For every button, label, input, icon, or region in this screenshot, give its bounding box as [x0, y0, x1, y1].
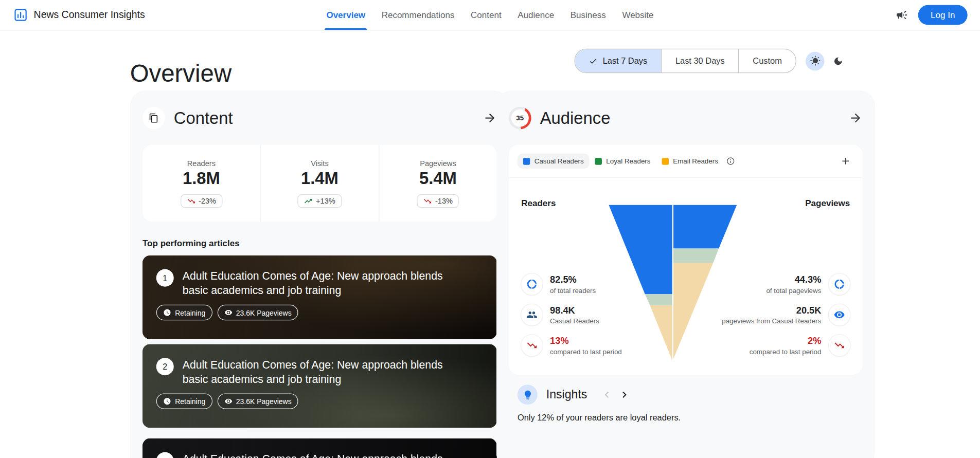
nav-tab-audience[interactable]: Audience	[518, 0, 554, 30]
stat-label: compared to last period	[550, 348, 622, 356]
article-title: Adult Education Comes of Age: New approa…	[183, 269, 461, 298]
stat-value: 44.3%	[766, 274, 821, 285]
audience-donut-icon: 35	[509, 107, 531, 130]
stat-value: 1.4M	[301, 169, 338, 189]
funnel-chart[interactable]	[609, 205, 737, 361]
check-icon	[589, 57, 598, 65]
stat-visits: Visits 1.4M +13%	[260, 145, 379, 222]
trend-down-icon	[829, 335, 850, 356]
stat-value: 82.5%	[550, 274, 596, 285]
article-rank-badge: 3	[156, 452, 174, 458]
article-title: Adult Education Comes of Age: New approa…	[183, 452, 461, 458]
light-mode-button[interactable]	[806, 51, 824, 70]
page-header-controls: Last 7 Days Last 30 Days Custom	[575, 49, 847, 73]
legend-casual-readers[interactable]: Casual Readers	[518, 154, 590, 169]
nav-tab-overview[interactable]: Overview	[326, 0, 365, 30]
primary-nav: Overview Recommendations Content Audienc…	[326, 0, 653, 30]
retaining-label: Retaining	[175, 397, 205, 405]
theme-toggle	[806, 51, 847, 70]
eye-icon	[224, 308, 233, 317]
stat-label: Readers	[187, 159, 216, 168]
funnel-legend: Casual Readers Loyal Readers Email Reade…	[509, 145, 863, 178]
brand[interactable]: News Consumer Insights	[14, 0, 145, 30]
loyal-readers-swatch	[595, 158, 601, 164]
stat-label: of total pageviews	[766, 287, 821, 295]
plus-icon[interactable]	[838, 153, 854, 170]
clock-icon	[163, 308, 171, 317]
range-custom[interactable]: Custom	[738, 49, 795, 72]
insights-pager	[601, 389, 631, 401]
trend-down-icon	[423, 196, 432, 205]
eye-icon	[224, 397, 233, 406]
legend-email-readers[interactable]: Email Readers	[656, 154, 723, 169]
top-navbar: News Consumer Insights Overview Recommen…	[0, 0, 980, 31]
lightbulb-icon	[518, 384, 538, 405]
range-last-7-days[interactable]: Last 7 Days	[575, 49, 661, 72]
casual-readers-swatch	[523, 158, 530, 164]
stat-change-value: -23%	[199, 196, 216, 205]
stat-pageviews: Pageviews 5.4M -13%	[379, 145, 497, 222]
nav-tab-website[interactable]: Website	[622, 0, 653, 30]
chevron-left-icon[interactable]	[601, 389, 613, 401]
stat-change-value: +13%	[316, 196, 335, 205]
moon-icon	[833, 56, 843, 66]
stat-label: compared to last period	[750, 348, 822, 356]
pageviews-label: 23.6K Pageviews	[236, 397, 292, 405]
sun-icon	[810, 56, 821, 66]
range-label: Last 7 Days	[603, 56, 648, 65]
article-card-2[interactable]: 2 Adult Education Comes of Age: New appr…	[142, 344, 497, 428]
nav-tab-business[interactable]: Business	[571, 0, 606, 30]
retaining-chip: Retaining	[156, 305, 212, 320]
page-title: Overview	[130, 60, 231, 87]
info-icon[interactable]	[726, 157, 735, 166]
donut-chart-icon	[829, 273, 850, 295]
legend-label: Casual Readers	[534, 157, 584, 165]
stat-readers: Readers 1.8M -23%	[142, 145, 260, 222]
next-card-peek	[496, 448, 850, 458]
audience-card-header: 35 Audience	[509, 107, 863, 130]
audience-arrow-right-icon[interactable]	[849, 111, 863, 125]
insight-text: Only 12% of your readers are loyal reade…	[509, 413, 863, 422]
people-icon	[521, 304, 542, 325]
login-button[interactable]: Log In	[918, 5, 968, 25]
pageviews-trend-stat: 2% compared to last period	[750, 335, 850, 356]
funnel-pageviews-label: Pageviews	[805, 198, 850, 208]
brand-name: News Consumer Insights	[34, 9, 145, 21]
top-articles-heading: Top performing articles	[142, 238, 497, 248]
chevron-right-icon[interactable]	[618, 389, 631, 401]
donut-chart-icon	[521, 273, 542, 295]
pageviews-share-stat: 44.3% of total pageviews	[766, 273, 850, 295]
stat-value: 2%	[750, 335, 822, 346]
content-card-title: Content	[174, 108, 233, 128]
pages-icon	[142, 107, 165, 130]
stat-value: 20.5K	[722, 305, 821, 316]
legend-label: Loyal Readers	[606, 157, 650, 165]
article-card-3[interactable]: 3 Adult Education Comes of Age: New appr…	[142, 438, 497, 458]
stat-change-value: -13%	[435, 196, 453, 205]
content-arrow-right-icon[interactable]	[483, 111, 497, 125]
megaphone-icon[interactable]	[896, 9, 908, 21]
insights-header: Insights	[509, 384, 863, 405]
funnel-readers-label: Readers	[521, 198, 556, 208]
pageviews-chip: 23.6K Pageviews	[217, 393, 298, 409]
range-last-30-days[interactable]: Last 30 Days	[661, 49, 738, 72]
readers-share-stat: 82.5% of total readers	[521, 273, 596, 295]
stat-value: 5.4M	[419, 169, 457, 189]
pageviews-chip: 23.6K Pageviews	[217, 305, 298, 320]
stat-value: 98.4K	[550, 305, 599, 316]
stat-value: 13%	[550, 335, 622, 346]
clock-icon	[163, 397, 171, 406]
dark-mode-button[interactable]	[829, 51, 847, 70]
retaining-chip: Retaining	[156, 393, 212, 409]
stat-change-chip: -23%	[181, 194, 222, 208]
nav-tab-recommendations[interactable]: Recommendations	[382, 0, 455, 30]
email-readers-swatch	[662, 158, 668, 164]
legend-loyal-readers[interactable]: Loyal Readers	[589, 154, 656, 169]
article-title: Adult Education Comes of Age: New approa…	[183, 358, 461, 387]
nav-tab-content[interactable]: Content	[471, 0, 502, 30]
stat-value: 1.8M	[183, 169, 220, 189]
article-card-1[interactable]: 1 Adult Education Comes of Age: New appr…	[142, 255, 497, 339]
range-label: Custom	[753, 56, 782, 65]
pageviews-label: 23.6K Pageviews	[236, 309, 292, 317]
audience-card-title: Audience	[540, 108, 611, 128]
